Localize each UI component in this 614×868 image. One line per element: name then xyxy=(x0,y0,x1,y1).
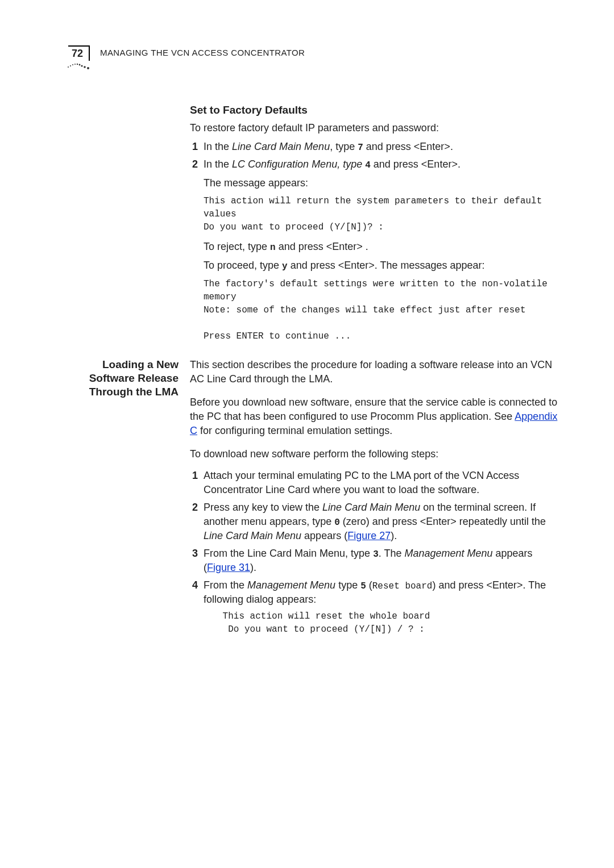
svg-point-7 xyxy=(84,66,86,68)
svg-point-3 xyxy=(74,64,76,65)
dots-ornament-icon xyxy=(66,62,92,70)
sidebar-heading: Loading a New Software Release Through t… xyxy=(66,358,179,398)
body-text: Before you download new software, ensure… xyxy=(190,395,559,437)
svg-point-5 xyxy=(79,64,81,66)
page-number-marker: 72 xyxy=(66,45,92,70)
list-item: 4 From the Management Menu type 5 (Reset… xyxy=(190,578,559,642)
svg-point-8 xyxy=(87,67,89,69)
svg-point-4 xyxy=(77,64,78,65)
code-block: This action will reset the whole board D… xyxy=(217,610,559,636)
list-item: 1 Attach your terminal emulating PC to t… xyxy=(190,469,559,497)
list-item: 2 In the LC Configuration Menu, type 4 a… xyxy=(190,157,559,349)
figure-31-link[interactable]: Figure 31 xyxy=(207,562,250,573)
list-item: 1 In the Line Card Main Menu, type 7 and… xyxy=(190,140,559,154)
svg-point-0 xyxy=(68,66,69,68)
body-text: This section describes the procedure for… xyxy=(190,358,559,386)
page-number: 72 xyxy=(68,45,90,61)
figure-27-link[interactable]: Figure 27 xyxy=(347,530,391,541)
svg-point-2 xyxy=(72,64,73,65)
running-head: MANAGING THE VCN ACCESS CONCENTRATOR xyxy=(100,45,305,57)
list-item: 3 From the Line Card Main Menu, type 3. … xyxy=(190,546,559,575)
body-text: To download new software perform the fol… xyxy=(190,447,559,461)
svg-point-1 xyxy=(70,65,71,66)
code-block: This action will return the system param… xyxy=(204,195,559,235)
code-block: The factory's default settings were writ… xyxy=(204,278,559,344)
svg-point-6 xyxy=(81,65,82,66)
list-item: 2 Press any key to view the Line Card Ma… xyxy=(190,500,559,543)
section-title-factory-defaults: Set to Factory Defaults xyxy=(190,104,559,116)
page-header: 72 MANAGING THE VCN ACCESS CONCENTRATOR xyxy=(66,45,559,70)
body-text: To restore factory default IP parameters… xyxy=(190,121,559,135)
